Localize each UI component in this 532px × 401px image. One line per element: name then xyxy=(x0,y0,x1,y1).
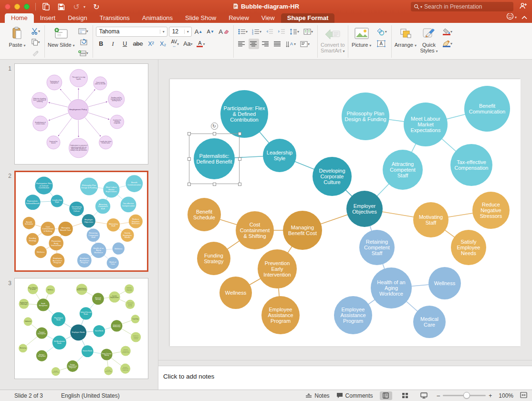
feedback-caret-icon[interactable]: ▾ xyxy=(515,15,517,20)
bubble-dism[interactable]: Dismissal for breach xyxy=(47,135,61,149)
slide-thumbnail-3[interactable]: Employee NeedsPhysiological NeedsSafety … xyxy=(14,278,148,379)
bubble-en[interactable]: Employee Needs xyxy=(70,324,86,340)
quick-styles-button[interactable]: QuickStyles ▾ xyxy=(418,25,439,58)
bubble-pd[interactable]: Personal Development xyxy=(36,327,48,339)
bubble-wellnessb[interactable]: Wellness xyxy=(113,243,125,255)
shape-outline-button[interactable]: ▾ xyxy=(441,38,454,49)
bubble-wel3[interactable]: Wellness xyxy=(46,285,55,295)
bubble-fin[interactable]: Financial Security xyxy=(92,293,104,305)
bubble-managing[interactable]: Managing Benefit Cost xyxy=(283,211,322,250)
bubble-fbp[interactable]: Flexible Benefit Plan xyxy=(104,367,113,375)
selection-handle[interactable] xyxy=(188,132,191,135)
redo-icon[interactable]: ↻ xyxy=(92,2,101,11)
text-direction-button[interactable]: A ▾ xyxy=(284,39,297,49)
bubble-retaining[interactable]: Retaining Competent Staff xyxy=(359,230,395,265)
bubble-cmd[interactable]: Comprehensive Medical & Dental xyxy=(76,284,87,295)
font-name-combobox[interactable]: Tahoma▾ xyxy=(96,27,167,37)
tab-insert[interactable]: Insert xyxy=(34,13,62,23)
search-scope-caret-icon[interactable]: ▾ xyxy=(420,5,422,9)
increase-indent-button[interactable] xyxy=(276,26,287,37)
bubble-bmd[interactable]: Basic Medical & Dental xyxy=(28,284,38,294)
slide-editing-area[interactable]: Participative: Flex & Defined Contributi… xyxy=(158,60,532,360)
bubble-satisfy[interactable]: Satisfy Employee Needs xyxy=(121,229,134,242)
slideshow-view-button[interactable] xyxy=(418,391,430,400)
align-center-button[interactable] xyxy=(249,39,259,49)
zoom-slider-track[interactable] xyxy=(443,395,486,396)
zoom-in-button[interactable]: + xyxy=(489,392,492,399)
bubble-cost[interactable]: Cost Containment & Shifting xyxy=(236,211,274,249)
bubble-tax[interactable]: Tax-effective Compensation xyxy=(121,197,136,213)
normal-view-button[interactable] xyxy=(380,391,392,400)
text-box-button[interactable]: A xyxy=(374,38,388,49)
bubble-motivating[interactable]: Motivating Staff xyxy=(413,202,449,237)
superscript-button[interactable]: X² xyxy=(146,39,156,49)
bubble-c[interactable]: Employment Policy xyxy=(68,99,88,120)
character-spacing-button[interactable]: AV↔ ▾ xyxy=(170,39,181,49)
bubble-medical[interactable]: Medical Care xyxy=(413,306,446,338)
bubble-safe[interactable]: Safety & Security Needs xyxy=(80,307,92,319)
collapse-ribbon-icon[interactable] xyxy=(522,13,527,21)
selection-handle[interactable] xyxy=(188,183,191,186)
bubble-est[interactable]: Esteem Needs xyxy=(82,345,94,357)
bubble-ret3[interactable]: Retirement: Pension Savings xyxy=(125,300,135,309)
tab-design[interactable]: Design xyxy=(62,13,93,23)
bubble-soc[interactable]: Social Needs xyxy=(93,325,105,337)
bubble-wellnesso[interactable]: Wellness xyxy=(219,277,252,309)
selection-handle[interactable] xyxy=(213,132,216,135)
undo-dropdown-icon[interactable]: ▾ xyxy=(83,5,85,9)
bubble-send[interactable]: Sending staff for training outside of wo… xyxy=(108,91,125,108)
bubble-reduce[interactable]: Reduce Negative Stressors xyxy=(472,192,510,229)
bubble-outpl[interactable]: Outplacement is a process of supporting … xyxy=(69,138,88,158)
bubble-sab[interactable]: Sabbatical xyxy=(24,317,32,326)
bubble-self[interactable]: Self-Actualization Needs xyxy=(52,336,66,350)
bubble-meet[interactable]: Meet Labour Market Expectations xyxy=(404,103,448,146)
rotation-handle[interactable]: ↻ xyxy=(211,123,218,130)
strikethrough-button[interactable]: abe xyxy=(132,39,145,49)
paste-caret-icon[interactable]: ▾ xyxy=(24,43,26,48)
selection-handle[interactable] xyxy=(238,132,241,135)
convert-to-smartart-button[interactable]: Convert toSmartArt ▾ xyxy=(321,25,345,58)
bubble-meet[interactable]: Meet Labour Market Expectations xyxy=(103,181,119,197)
italic-button[interactable]: I xyxy=(108,39,118,49)
font-size-caret-icon[interactable]: ▾ xyxy=(184,30,191,34)
format-painter-button[interactable] xyxy=(30,48,42,58)
bubble-leadership[interactable]: Leadership Style xyxy=(263,139,296,172)
slide-thumbnail-2-selected[interactable]: Participative: Flex & Defined Contributi… xyxy=(14,171,148,272)
bubble-eapb[interactable]: Employee Assistance Program xyxy=(77,253,92,267)
notes-pane[interactable]: Click to add notes xyxy=(158,366,532,390)
bubble-managing[interactable]: Managing Benefit Cost xyxy=(58,222,73,236)
slide-sorter-view-button[interactable] xyxy=(399,391,411,400)
paste-button[interactable]: Paste ▾ xyxy=(7,25,28,58)
new-slide-caret-icon[interactable]: ▾ xyxy=(73,43,75,48)
arrange-caret-icon[interactable]: ▾ xyxy=(415,43,417,48)
share-icon[interactable] xyxy=(519,2,527,11)
bubble-goal[interactable]: The goal is to stop layoffs xyxy=(70,69,88,87)
tab-slide-show[interactable]: Slide Show xyxy=(179,13,222,23)
fit-slide-button[interactable] xyxy=(520,392,527,400)
bubble-dcp[interactable]: Defined Contribution Pension Plan xyxy=(121,346,131,356)
align-right-button[interactable] xyxy=(261,39,271,49)
bubble-eapo[interactable]: Employee Assistance Program xyxy=(261,296,300,334)
shrink-font-button[interactable]: A▼ xyxy=(205,26,216,37)
bubble-eapo[interactable]: Employee Assistance Program xyxy=(50,253,64,267)
decrease-indent-button[interactable] xyxy=(264,26,275,37)
section-button[interactable]: ▾ xyxy=(77,48,90,58)
bubble-health[interactable]: Health of an Aging Workforce xyxy=(371,267,412,308)
layout-button[interactable]: ▾ xyxy=(77,26,90,36)
cut-button[interactable]: ▾ xyxy=(30,26,42,36)
clear-formatting-button[interactable]: A xyxy=(217,26,230,37)
bubble-developing[interactable]: Developing Corporate Culture xyxy=(313,157,352,196)
slide-canvas[interactable]: Participative: Flex & Defined Contributi… xyxy=(169,79,520,346)
underline-button[interactable]: U xyxy=(120,39,130,49)
undo-icon[interactable]: ↺ xyxy=(72,2,81,11)
bubble-wellnessb[interactable]: Wellness xyxy=(428,267,461,299)
bubble-estab[interactable]: Establishment of creative teams xyxy=(32,116,48,131)
feedback-smiley-icon[interactable] xyxy=(506,12,514,22)
bubble-cease[interactable]: Cease issuing orders on the side xyxy=(94,77,107,91)
bubble-pow[interactable]: Power: Decision Making xyxy=(101,349,112,360)
bubble-benefitsched[interactable]: Benefit Schedule xyxy=(188,198,221,231)
bubble-retaining[interactable]: Retaining Competent Staff xyxy=(87,229,100,242)
bubble-philosophy[interactable]: Philosophy Plan Design & Funding xyxy=(80,177,98,195)
bubble-leadership[interactable]: Leadership Style xyxy=(51,195,63,207)
bubble-health[interactable]: Health of an Aging Workforce xyxy=(91,243,106,258)
